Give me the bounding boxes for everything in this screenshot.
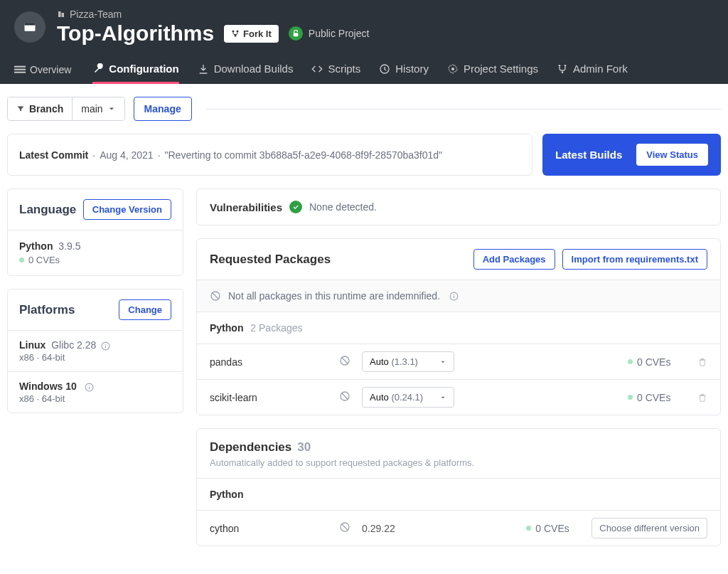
tab-downloads[interactable]: Download Builds <box>198 55 294 84</box>
branch-dropdown[interactable]: main <box>73 97 124 120</box>
dependency-version: 0.29.22 <box>362 523 419 534</box>
branch-row: Branch main Manage <box>7 97 721 121</box>
svg-point-4 <box>232 31 235 33</box>
dependencies-subtitle: Automatically added to support requested… <box>210 457 707 468</box>
language-version: 3.9.5 <box>58 240 80 252</box>
menu-button[interactable]: Overview <box>14 57 71 83</box>
packages-title: Requested Packages <box>210 253 331 267</box>
team-name[interactable]: Pizza-Team <box>57 9 369 20</box>
package-cves: 0 CVEs <box>628 392 685 403</box>
version-select[interactable]: Auto (0.24.1) <box>362 387 454 408</box>
packages-count: 2 Packages <box>250 322 302 334</box>
right-column: Vulnerabilities None detected. Requested… <box>196 188 721 546</box>
tab-history[interactable]: History <box>379 55 429 84</box>
branch-label-pill: Branch <box>8 97 73 120</box>
latest-builds: Latest Builds View Status <box>542 134 721 176</box>
status-dot <box>628 359 633 364</box>
tab-configuration[interactable]: Configuration <box>92 55 178 84</box>
platforms-title: Platforms <box>19 303 75 317</box>
vulnerabilities-status: None detected. <box>309 201 377 213</box>
dependencies-section-head: Python <box>197 479 720 511</box>
language-card: Language Change Version Python 3.9.5 0 C… <box>7 188 183 276</box>
select-value: (0.24.1) <box>391 392 423 403</box>
package-row: pandas Auto (1.3.1) 0 CVEs <box>197 344 720 380</box>
latest-commit: Latest Commit · Aug 4, 2021 · "Reverting… <box>7 134 532 176</box>
header-top: Pizza-Team Top-Algorithms Fork It Public… <box>14 9 714 55</box>
dependencies-count: 30 <box>297 440 311 455</box>
svg-rect-3 <box>62 13 65 17</box>
history-icon <box>379 63 390 75</box>
svg-point-13 <box>559 65 561 67</box>
svg-rect-2 <box>58 11 61 17</box>
package-name[interactable]: pandas <box>210 356 331 368</box>
svg-rect-21 <box>89 387 90 389</box>
status-dot <box>628 395 633 400</box>
info-icon[interactable] <box>101 341 110 351</box>
language-cves-label: 0 CVEs <box>28 255 60 265</box>
columns: Language Change Version Python 3.9.5 0 C… <box>7 188 721 546</box>
indemnify-icon <box>339 521 350 533</box>
platform-item: Linux Glibc 2.28 x86 · 64-bit <box>8 331 183 372</box>
project-icon <box>23 20 37 34</box>
packages-head: Requested Packages Add Packages Import f… <box>197 239 720 280</box>
commit-message: "Reverting to commit 3b688a5f-a2e9-4068-… <box>165 149 443 161</box>
svg-rect-8 <box>14 66 26 68</box>
tab-settings-label: Project Settings <box>464 63 538 75</box>
branch-label: Branch <box>29 103 63 115</box>
tab-settings[interactable]: Project Settings <box>447 55 538 84</box>
filter-icon <box>16 105 25 113</box>
notice-text: Not all packages in this runtime are ind… <box>228 290 440 302</box>
delete-package[interactable] <box>693 357 707 367</box>
tab-admin-fork[interactable]: Admin Fork <box>557 55 628 84</box>
add-packages-button[interactable]: Add Packages <box>473 249 555 270</box>
svg-rect-7 <box>293 33 298 36</box>
change-version-button[interactable]: Change Version <box>83 199 171 220</box>
packages-section-head: Python 2 Packages <box>197 312 720 344</box>
packages-card: Requested Packages Add Packages Import f… <box>196 238 721 415</box>
platforms-card: Platforms Change Linux Glibc 2.28 x86 · … <box>7 289 183 413</box>
dependency-name[interactable]: cython <box>210 523 331 534</box>
fork-label: Fork It <box>243 28 272 39</box>
chevron-down-icon <box>439 358 446 366</box>
status-dot <box>19 257 24 262</box>
vulnerabilities-title: Vulnerabilities <box>210 201 282 213</box>
tab-configuration-label: Configuration <box>109 63 178 75</box>
status-dot <box>526 526 531 531</box>
fork-button[interactable]: Fork It <box>224 25 279 43</box>
check-icon <box>292 203 299 211</box>
unlock-icon <box>292 30 299 37</box>
change-platforms-button[interactable]: Change <box>119 299 171 320</box>
delete-package[interactable] <box>693 393 707 403</box>
indemnify-icon <box>339 390 350 402</box>
platform-extra: Glibc 2.28 <box>51 339 96 351</box>
visibility: Public Project <box>289 26 370 41</box>
choose-version-button[interactable]: Choose different version <box>592 518 707 538</box>
package-name[interactable]: scikit-learn <box>210 392 331 403</box>
info-icon[interactable] <box>85 383 94 392</box>
platforms-card-head: Platforms Change <box>8 289 183 331</box>
project-avatar[interactable] <box>14 11 46 43</box>
svg-point-5 <box>237 31 239 33</box>
org-icon <box>57 10 65 18</box>
left-column: Language Change Version Python 3.9.5 0 C… <box>7 188 183 413</box>
manage-button[interactable]: Manage <box>134 97 192 121</box>
select-prefix: Auto <box>370 356 389 367</box>
select-value: (1.3.1) <box>391 356 418 367</box>
team-name-label: Pizza-Team <box>70 9 122 20</box>
fork-icon <box>231 29 240 38</box>
svg-point-24 <box>454 294 454 294</box>
svg-point-12 <box>451 68 454 70</box>
title-block: Pizza-Team Top-Algorithms Fork It Public… <box>57 9 369 46</box>
content: Branch main Manage Latest Commit · Aug 4… <box>0 84 728 559</box>
commit-label: Latest Commit <box>19 149 88 161</box>
info-icon[interactable] <box>449 292 459 301</box>
language-card-head: Language Change Version <box>8 189 183 230</box>
tab-scripts-label: Scripts <box>328 63 360 75</box>
tab-scripts[interactable]: Scripts <box>311 55 360 84</box>
import-requirements-button[interactable]: Import from requirements.txt <box>562 249 707 270</box>
language-title: Language <box>19 203 76 217</box>
menu-icon <box>14 64 26 75</box>
commit-date: Aug 4, 2021 <box>100 149 154 161</box>
view-status-button[interactable]: View Status <box>636 144 708 166</box>
version-select[interactable]: Auto (1.3.1) <box>362 351 454 372</box>
